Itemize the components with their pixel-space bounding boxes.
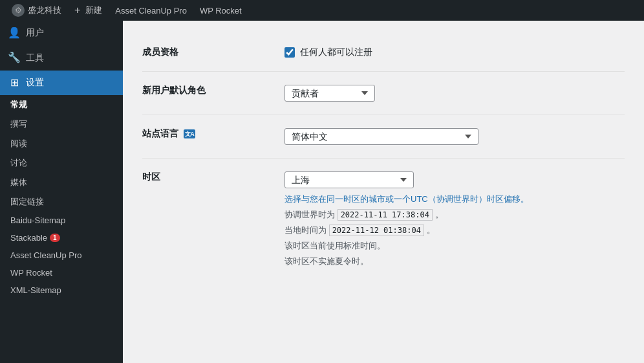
settings-form: 成员资格 任何人都可以注册 新用户默认角色 贡献者	[142, 34, 625, 281]
sidebar-item-settings[interactable]: ⊞ 设置	[0, 71, 123, 95]
writing-label: 撰写	[10, 118, 27, 130]
general-label: 常规	[10, 99, 27, 111]
tz-utc-value: 2022-11-11 17:38:04	[338, 209, 433, 221]
sidebar-sub-baidu-sitemap[interactable]: Baidu-Sitemap	[0, 212, 123, 229]
asset-cleanup-label: Asset CleanUp Pro	[10, 250, 82, 260]
site-name: 盛龙科技	[28, 5, 61, 16]
tz-utc-line: 协调世界时为 2022-11-11 17:38:04 。	[284, 209, 625, 221]
media-label: 媒体	[10, 177, 27, 188]
default-role-select[interactable]: 贡献者	[284, 85, 375, 102]
tz-std-line1: 该时区当前使用标准时间。	[284, 240, 625, 252]
discussion-label: 讨论	[10, 157, 27, 169]
tz-help-text: 选择与您在同一时区的城市或一个UTC（协调世界时）时区偏移。	[284, 193, 625, 205]
language-icon: 文A	[184, 129, 195, 138]
timezone-row: 时区 上海 选择与您在同一时区的城市或一个UTC（协调世界时）时区偏移。 协调世…	[142, 159, 625, 281]
site-language-label: 站点语言 文A	[142, 115, 284, 159]
stackable-badge: 1	[50, 234, 60, 242]
xml-sitemap-label: XML-Sitemap	[10, 285, 61, 295]
tz-local-prefix: 当地时间为	[284, 225, 327, 235]
sidebar-item-tools[interactable]: 🔧 工具	[0, 45, 123, 70]
membership-field: 任何人都可以注册	[284, 34, 625, 72]
tz-utc-prefix: 协调世界时为	[284, 210, 335, 219]
site-language-field: 简体中文	[284, 115, 625, 159]
sidebar: 👤 用户 🔧 工具 ⊞ 设置 常规 撰写 阅读 讨论 媒体 固定链接	[0, 21, 123, 363]
site-icon: ⚙	[12, 4, 25, 17]
default-role-field: 贡献者	[284, 72, 625, 115]
tz-std-line2: 该时区不实施夏令时。	[284, 256, 625, 267]
sidebar-item-users[interactable]: 👤 用户	[0, 21, 123, 45]
wp-rocket-label: WP Rocket	[10, 268, 52, 278]
site-language-row: 站点语言 文A 简体中文	[142, 115, 625, 159]
sidebar-sub-asset-cleanup[interactable]: Asset CleanUp Pro	[0, 247, 123, 264]
adminbar-site[interactable]: ⚙ 盛龙科技	[5, 0, 68, 21]
adminbar-new[interactable]: + 新建	[68, 0, 109, 21]
content-area: 成员资格 任何人都可以注册 新用户默认角色 贡献者	[123, 21, 644, 363]
membership-label: 成员资格	[142, 34, 284, 72]
sidebar-sub-reading[interactable]: 阅读	[0, 134, 123, 153]
membership-checkbox[interactable]	[284, 47, 295, 58]
baidu-label: Baidu-Sitemap	[10, 215, 65, 225]
membership-row: 成员资格 任何人都可以注册	[142, 34, 625, 72]
sidebar-sub-permalink[interactable]: 固定链接	[0, 192, 123, 212]
sidebar-sub-discussion[interactable]: 讨论	[0, 153, 123, 173]
users-label: 用户	[26, 27, 44, 39]
site-language-select[interactable]: 简体中文	[284, 128, 478, 145]
adminbar-plugin-1[interactable]: Asset CleanUp Pro	[109, 0, 193, 21]
tools-label: 工具	[26, 52, 44, 65]
stackable-label: Stackable	[10, 233, 47, 243]
main-layout: 👤 用户 🔧 工具 ⊞ 设置 常规 撰写 阅读 讨论 媒体 固定链接	[0, 21, 644, 363]
plugin-1-label: Asset CleanUp Pro	[115, 6, 187, 16]
membership-checkbox-label: 任何人都可以注册	[300, 47, 372, 58]
reading-label: 阅读	[10, 138, 27, 149]
tz-local-suffix: 。	[427, 225, 435, 235]
sidebar-sub-media[interactable]: 媒体	[0, 173, 123, 192]
admin-bar: ⚙ 盛龙科技 + 新建 Asset CleanUp Pro WP Rocket	[0, 0, 644, 21]
plugin-2-label: WP Rocket	[200, 6, 242, 16]
default-role-label: 新用户默认角色	[142, 72, 284, 115]
sidebar-sub-general[interactable]: 常规	[0, 95, 123, 115]
tz-utc-suffix: 。	[435, 210, 444, 219]
adminbar-plugin-2[interactable]: WP Rocket	[193, 0, 248, 21]
default-role-row: 新用户默认角色 贡献者	[142, 72, 625, 115]
users-icon: 👤	[8, 26, 21, 40]
sidebar-sub-xml-sitemap[interactable]: XML-Sitemap	[0, 281, 123, 299]
membership-checkbox-wrapper: 任何人都可以注册	[284, 47, 625, 58]
settings-icon: ⊞	[8, 76, 21, 90]
tools-icon: 🔧	[8, 50, 21, 65]
tz-local-line: 当地时间为 2022-11-12 01:38:04 。	[284, 225, 625, 236]
sidebar-sub-writing[interactable]: 撰写	[0, 115, 123, 134]
timezone-field: 上海 选择与您在同一时区的城市或一个UTC（协调世界时）时区偏移。 协调世界时为…	[284, 159, 625, 281]
timezone-label: 时区	[142, 159, 284, 281]
new-label: 新建	[85, 5, 102, 16]
permalink-label: 固定链接	[10, 196, 44, 208]
tz-local-value: 2022-11-12 01:38:04	[329, 225, 424, 236]
timezone-select[interactable]: 上海	[284, 171, 414, 188]
plus-icon: +	[74, 5, 80, 16]
sidebar-sub-wp-rocket[interactable]: WP Rocket	[0, 264, 123, 281]
settings-label: 设置	[26, 76, 44, 89]
sidebar-sub-stackable[interactable]: Stackable 1	[0, 229, 123, 247]
